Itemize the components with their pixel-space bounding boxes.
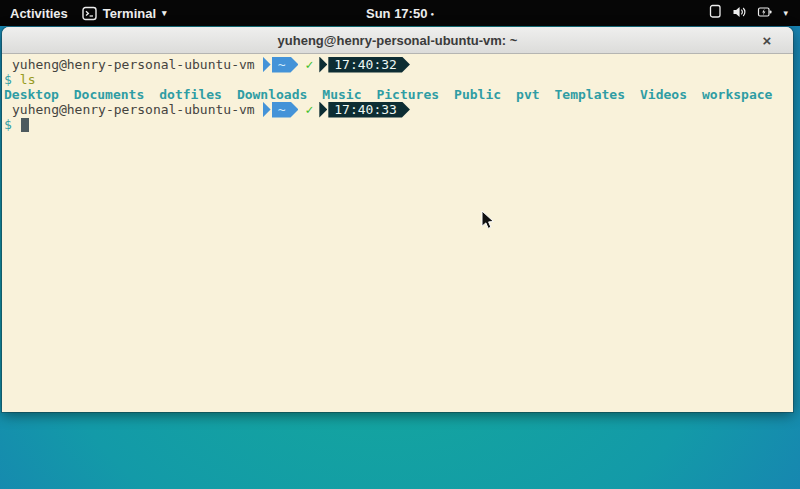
app-menu-terminal[interactable]: Terminal ▾ [82, 6, 167, 21]
top-bar: Sun 17:50 ● Activities Terminal ▾ [0, 0, 800, 26]
prompt-path-segment: ~ [272, 57, 299, 73]
clock-label: Sun 17:50 [366, 6, 427, 21]
window-title: yuheng@henry-personal-ubuntu-vm: ~ [278, 33, 518, 48]
shell-prompt-symbol: $ [4, 72, 12, 87]
directory-name: dotfiles [159, 87, 222, 102]
directory-name: Downloads [237, 87, 307, 102]
status-check-icon: ✓ [305, 102, 313, 117]
directory-name: Public [454, 87, 501, 102]
notification-dot-icon: ● [430, 11, 434, 17]
terminal-window: yuheng@henry-personal-ubuntu-vm: ~ × yuh… [2, 27, 793, 412]
status-check-icon: ✓ [305, 57, 313, 72]
activities-button[interactable]: Activities [10, 6, 68, 21]
terminal-icon [82, 6, 97, 21]
mouse-pointer-icon [481, 210, 495, 234]
input-line[interactable]: $ [4, 117, 791, 132]
clock-menu[interactable]: Sun 17:50 ● [366, 6, 434, 21]
directory-name: Music [322, 87, 361, 102]
powerline-arrow-icon [263, 102, 271, 118]
directory-name: Desktop [4, 87, 59, 102]
directory-name: Documents [74, 87, 144, 102]
powerline-arrow-icon [319, 102, 327, 118]
directory-name: Pictures [376, 87, 439, 102]
prompt-user: yuheng@henry-personal-ubuntu-vm [12, 102, 255, 117]
powerline-arrow-icon [263, 57, 271, 73]
prompt-time-segment: 17:40:32 [328, 57, 410, 73]
prompt-line-2: yuheng@henry-personal-ubuntu-vm ~ ✓ 17:4… [4, 102, 791, 117]
shell-prompt-symbol: $ [4, 117, 12, 132]
display-icon [708, 4, 722, 22]
typed-command: ls [20, 72, 36, 87]
directory-name: Templates [555, 87, 625, 102]
window-titlebar[interactable]: yuheng@henry-personal-ubuntu-vm: ~ × [2, 27, 793, 54]
ls-output-line: Desktop Documents dotfiles Downloads Mus… [4, 87, 791, 102]
chevron-down-icon: ▾ [162, 8, 167, 18]
text-cursor [21, 118, 29, 132]
prompt-line-1: yuheng@henry-personal-ubuntu-vm ~ ✓ 17:4… [4, 57, 791, 72]
prompt-time-segment: 17:40:33 [328, 102, 410, 118]
app-menu-label: Terminal [103, 6, 156, 21]
system-status-area[interactable]: ▾ [708, 4, 800, 22]
terminal-content[interactable]: yuheng@henry-personal-ubuntu-vm ~ ✓ 17:4… [2, 54, 793, 412]
chevron-down-icon: ▾ [783, 8, 788, 18]
directory-name: pvt [516, 87, 539, 102]
directory-name: Videos [640, 87, 687, 102]
battery-charging-icon [757, 5, 773, 22]
command-line: $ ls [4, 72, 791, 87]
prompt-path-segment: ~ [272, 102, 299, 118]
powerline-arrow-icon [319, 57, 327, 73]
close-button[interactable]: × [755, 27, 779, 54]
volume-icon [732, 5, 747, 22]
directory-name: workspace [702, 87, 772, 102]
desktop: Sun 17:50 ● Activities Terminal ▾ [0, 0, 800, 489]
prompt-user: yuheng@henry-personal-ubuntu-vm [12, 57, 255, 72]
